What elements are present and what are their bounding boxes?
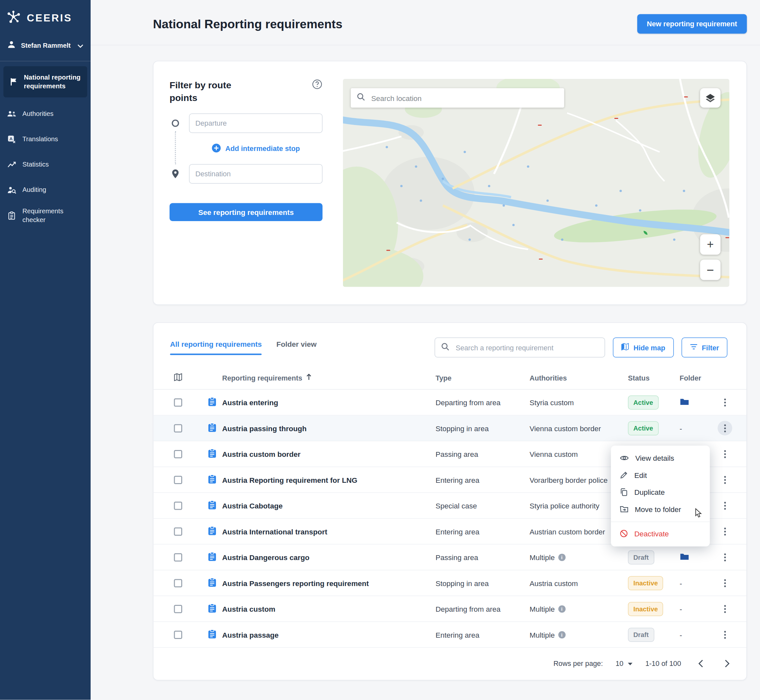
row-actions-button[interactable] [718, 627, 732, 642]
row-checkbox[interactable] [174, 605, 183, 613]
filter-icon [690, 344, 697, 352]
see-reporting-requirements-button[interactable]: See reporting requirements [169, 203, 322, 222]
row-actions-button[interactable] [718, 498, 732, 513]
row-checkbox[interactable] [174, 527, 183, 536]
rows-per-page-value: 10 [616, 659, 623, 667]
row-checkbox[interactable] [174, 631, 183, 639]
content: Filter by route points [91, 45, 760, 692]
filter-button[interactable]: Filter [682, 338, 727, 358]
menu-item-edit[interactable]: Edit [611, 467, 710, 484]
next-page-button[interactable] [720, 656, 734, 670]
row-actions-button[interactable] [718, 576, 732, 590]
row-authorities: Austria custom [530, 579, 578, 588]
row-name: Austria Reporting requirement for LNG [222, 476, 436, 484]
row-authorities: Vienna custom border [530, 424, 601, 433]
copy-icon [620, 488, 628, 497]
menu-item-deactivate[interactable]: Deactivate [611, 522, 710, 543]
row-type: Stopping in area [436, 579, 530, 588]
tab-all-reporting-requirements[interactable]: All reporting requirements [170, 340, 262, 355]
zoom-in-button[interactable]: + [700, 234, 721, 255]
sidebar-item-auditing[interactable]: Auditing [0, 177, 91, 203]
trending-up-icon [7, 161, 17, 168]
info-icon[interactable]: i [558, 631, 566, 638]
row-checkbox[interactable] [174, 450, 183, 458]
row-actions-button[interactable] [718, 395, 732, 410]
rows-per-page-select[interactable]: 10 [616, 659, 633, 667]
row-actions-button[interactable] [718, 602, 732, 616]
pencil-icon [620, 471, 628, 480]
sidebar-item-national-reporting-requirements[interactable]: National reporting requirements [3, 66, 88, 97]
row-actions-button[interactable] [718, 550, 732, 565]
filter-title: Filter by route points [169, 79, 252, 104]
zoom-out-button[interactable]: − [700, 260, 721, 280]
no-folder-dash: - [680, 579, 682, 588]
table-row[interactable]: Austria Passengers reporting requirement… [153, 570, 747, 597]
folder-icon[interactable] [680, 399, 690, 407]
document-icon [208, 577, 222, 589]
row-checkbox[interactable] [174, 476, 183, 484]
add-intermediate-stop-label: Add intermediate stop [225, 145, 300, 153]
menu-item-duplicate[interactable]: Duplicate [611, 484, 710, 501]
menu-item-view-details[interactable]: View details [611, 450, 710, 467]
row-checkbox[interactable] [174, 398, 183, 406]
hide-map-button[interactable]: Hide map [613, 338, 673, 358]
table-row[interactable]: Austria custom Departing from area Multi… [153, 596, 747, 622]
column-name[interactable]: Reporting requirements [222, 374, 302, 381]
table-row[interactable]: Austria passing through Stopping in area… [153, 416, 747, 442]
sort-ascending-icon[interactable] [306, 374, 312, 382]
row-actions-button[interactable] [718, 524, 732, 539]
sidebar-item-authorities[interactable]: Authorities [0, 101, 91, 127]
user-menu[interactable]: Stefan Rammelt [0, 33, 91, 58]
menu-item-label: Move to folder [635, 505, 682, 514]
sidebar-item-statistics[interactable]: Statistics [0, 152, 91, 177]
row-actions-button[interactable] [718, 472, 732, 487]
new-reporting-requirement-button[interactable]: New reporting requirement [637, 14, 747, 34]
person-search-icon [7, 186, 17, 194]
sidebar-item-requirements-checker[interactable]: Requirements checker [0, 203, 91, 228]
road-badge [386, 250, 390, 251]
column-folder[interactable]: Folder [680, 374, 718, 381]
info-icon[interactable]: i [558, 553, 566, 561]
row-checkbox[interactable] [174, 501, 183, 510]
map[interactable]: + − [343, 79, 729, 287]
table-search-input[interactable] [455, 343, 599, 352]
plus-circle-icon [212, 143, 222, 155]
sidebar-item-translations[interactable]: A Translations [0, 127, 91, 152]
user-icon [7, 40, 16, 51]
topbar: National Reporting requirements New repo… [91, 0, 760, 45]
column-type[interactable]: Type [436, 374, 530, 381]
row-checkbox[interactable] [174, 424, 183, 433]
destination-input[interactable] [189, 164, 322, 184]
previous-page-button[interactable] [694, 656, 707, 670]
table-row[interactable]: Austria passage Entering area Multiple i… [153, 622, 747, 648]
column-authorities[interactable]: Authorities [530, 374, 628, 381]
document-icon [208, 422, 222, 434]
tab-folder-view[interactable]: Folder view [277, 340, 317, 355]
info-icon[interactable]: i [558, 605, 566, 612]
row-checkbox[interactable] [174, 579, 183, 588]
map-column-icon [174, 373, 208, 383]
row-checkbox[interactable] [174, 553, 183, 561]
row-type: Entering area [436, 527, 530, 536]
row-actions-button[interactable] [718, 421, 732, 435]
sidebar-item-label: National reporting requirements [24, 73, 83, 91]
rows-per-page-label: Rows per page: [554, 659, 603, 667]
column-status[interactable]: Status [628, 374, 680, 381]
table-row[interactable]: Austria Dangerous cargo Passing area Mul… [153, 544, 747, 570]
hide-map-label: Hide map [633, 344, 665, 351]
add-intermediate-stop-button[interactable]: Add intermediate stop [189, 140, 322, 158]
map-layers-button[interactable] [700, 88, 721, 108]
row-type: Passing area [436, 553, 530, 561]
row-actions-button[interactable] [718, 447, 732, 461]
menu-item-label: Edit [634, 471, 647, 480]
row-authorities: Vorarlberg border police [530, 476, 608, 484]
route-connector [175, 131, 176, 164]
sidebar-divider [0, 61, 91, 62]
sidebar: CEERIS Stefan Rammelt National reporting… [0, 0, 91, 700]
map-search-input[interactable] [370, 93, 558, 103]
departure-input[interactable] [189, 114, 322, 133]
folder-icon[interactable] [680, 553, 690, 562]
table-row[interactable]: Austria entering Departing from area Sty… [153, 390, 747, 416]
help-icon[interactable] [312, 79, 322, 92]
brand-logo: CEERIS [0, 0, 91, 33]
